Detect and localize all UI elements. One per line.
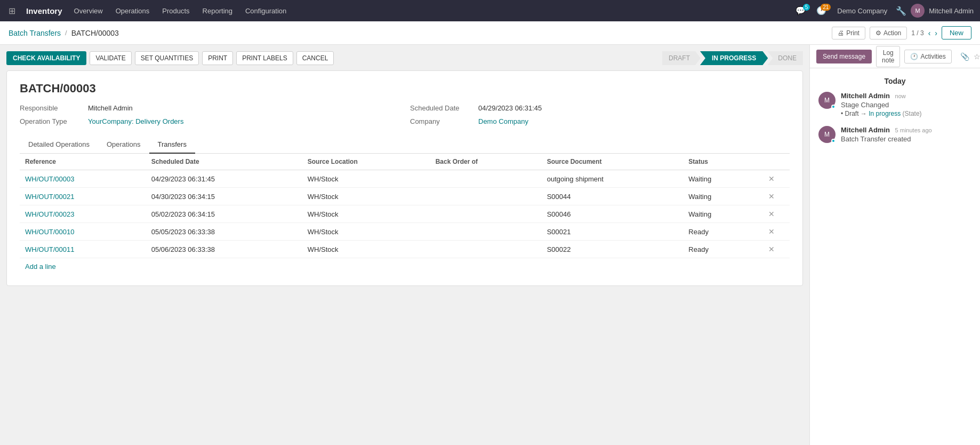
breadcrumb-current: BATCH/00003 <box>71 29 119 37</box>
new-button[interactable]: New <box>942 26 971 39</box>
message-time: now <box>895 93 906 99</box>
prev-record-button[interactable]: ‹ <box>928 29 931 37</box>
col-scheduled-date: Scheduled Date <box>146 154 302 170</box>
col-source-location: Source Location <box>302 154 430 170</box>
cell-reference[interactable]: WH/OUT/00021 <box>20 188 146 205</box>
log-note-button[interactable]: Log note <box>876 46 900 67</box>
cell-status: Waiting <box>683 205 753 223</box>
table-row: WH/OUT/00010 05/05/2023 06:33:38 WH/Stoc… <box>20 223 790 241</box>
cell-delete[interactable]: ✕ <box>754 188 790 205</box>
status-draft[interactable]: DRAFT <box>662 51 701 65</box>
message-text-2: Batch Transfer created <box>841 135 971 143</box>
avatar-mitchell: M <box>818 92 836 109</box>
col-actions <box>754 154 790 170</box>
validate-button[interactable]: VALIDATE <box>90 51 131 65</box>
cell-reference[interactable]: WH/OUT/00010 <box>20 223 146 241</box>
cell-delete[interactable]: ✕ <box>754 170 790 188</box>
scheduled-date-value[interactable]: 04/29/2023 06:31:45 <box>478 104 542 112</box>
activity-badge: 21 <box>821 4 831 11</box>
nav-operations[interactable]: Operations <box>110 5 155 17</box>
operation-type-label: Operation Type <box>20 117 84 125</box>
check-availability-button[interactable]: CHECK AVAILABILITY <box>6 51 86 65</box>
scheduled-date-field: Scheduled Date 04/29/2023 06:31:45 <box>410 104 790 112</box>
operation-type-field: Operation Type YourCompany: Delivery Ord… <box>20 117 399 125</box>
company-field: Company Demo Company <box>410 117 790 125</box>
print-labels-button[interactable]: PRINT LABELS <box>236 51 293 65</box>
cell-reference[interactable]: WH/OUT/00023 <box>20 205 146 223</box>
set-quantities-button[interactable]: SET QUANTITIES <box>135 51 199 65</box>
breadcrumb-parent[interactable]: Batch Transfers <box>9 29 61 37</box>
cell-back-order <box>430 205 542 223</box>
responsible-value[interactable]: Mitchell Admin <box>88 104 133 112</box>
cell-source-location: WH/Stock <box>302 205 430 223</box>
add-line-button[interactable]: Add a line <box>20 258 61 275</box>
status-done[interactable]: DONE <box>767 51 803 65</box>
chatter-message-2: M Mitchell Admin 5 minutes ago Batch Tra… <box>818 126 971 143</box>
star-icon[interactable]: ☆ <box>974 52 980 61</box>
brand-name[interactable]: Inventory <box>22 6 67 15</box>
cell-back-order <box>430 241 542 258</box>
responsible-field: Responsible Mitchell Admin <box>20 104 399 112</box>
record-title: BATCH/00003 <box>20 82 790 96</box>
status-in-progress[interactable]: IN PROGRESS <box>700 51 768 65</box>
cell-source-location: WH/Stock <box>302 170 430 188</box>
avatar-mitchell-2: M <box>818 126 836 143</box>
user-name[interactable]: Mitchell Admin <box>927 7 976 15</box>
paperclip-icon[interactable]: 📎 <box>960 52 969 61</box>
tab-detailed-operations[interactable]: Detailed Operations <box>20 136 98 154</box>
cell-delete[interactable]: ✕ <box>754 241 790 258</box>
user-avatar[interactable]: M <box>911 4 925 18</box>
cancel-button[interactable]: CANCEL <box>296 51 334 65</box>
settings-icon[interactable]: 🔧 <box>894 4 909 18</box>
cell-status: Waiting <box>683 170 753 188</box>
pagination-info: 1 / 3 <box>911 29 923 37</box>
cell-source-location: WH/Stock <box>302 223 430 241</box>
cell-delete[interactable]: ✕ <box>754 205 790 223</box>
chat-badge: 5 <box>803 4 810 11</box>
table-row: WH/OUT/00021 04/30/2023 06:34:15 WH/Stoc… <box>20 188 790 205</box>
breadcrumb-separator: / <box>65 29 67 37</box>
table-row: WH/OUT/00003 04/29/2023 06:31:45 WH/Stoc… <box>20 170 790 188</box>
action-button[interactable]: ⚙ Action <box>870 27 907 39</box>
nav-overview[interactable]: Overview <box>69 5 108 17</box>
send-message-button[interactable]: Send message <box>816 50 872 63</box>
top-nav: ⊞ Inventory Overview Operations Products… <box>0 0 980 21</box>
online-dot-2 <box>831 139 836 143</box>
print-action-button[interactable]: PRINT <box>202 51 233 65</box>
cell-scheduled-date: 05/02/2023 06:34:15 <box>146 205 302 223</box>
next-record-button[interactable]: › <box>935 29 937 37</box>
activities-button[interactable]: 🕐 Activities <box>904 50 951 63</box>
cell-source-location: WH/Stock <box>302 241 430 258</box>
nav-configuration[interactable]: Configuration <box>240 5 292 17</box>
nav-products[interactable]: Products <box>157 5 195 17</box>
tab-bar: Detailed Operations Operations Transfers <box>20 136 790 154</box>
table-row: WH/OUT/00023 05/02/2023 06:34:15 WH/Stoc… <box>20 205 790 223</box>
col-back-order: Back Order of <box>430 154 542 170</box>
cell-scheduled-date: 04/30/2023 06:34:15 <box>146 188 302 205</box>
nav-reporting[interactable]: Reporting <box>197 5 238 17</box>
tab-transfers[interactable]: Transfers <box>149 136 195 154</box>
cell-source-document: outgoing shipment <box>542 170 684 188</box>
printer-icon: 🖨 <box>838 29 844 37</box>
responsible-label: Responsible <box>20 104 84 112</box>
company-value[interactable]: Demo Company <box>478 117 528 125</box>
cell-reference[interactable]: WH/OUT/00003 <box>20 170 146 188</box>
stage-change-detail: • Draft → In progress (State) <box>841 110 971 117</box>
message-author: Mitchell Admin <box>841 92 890 100</box>
message-author-2: Mitchell Admin <box>841 126 890 134</box>
operation-type-value[interactable]: YourCompany: Delivery Orders <box>88 117 183 125</box>
cell-delete[interactable]: ✕ <box>754 223 790 241</box>
tab-operations[interactable]: Operations <box>98 136 149 154</box>
cell-scheduled-date: 05/05/2023 06:33:38 <box>146 223 302 241</box>
cell-scheduled-date: 04/29/2023 06:31:45 <box>146 170 302 188</box>
cell-status: Ready <box>683 223 753 241</box>
chat-button[interactable]: 💬5 <box>791 4 810 18</box>
activity-button[interactable]: 🕐21 <box>812 4 831 18</box>
cell-source-location: WH/Stock <box>302 188 430 205</box>
print-button[interactable]: 🖨 Print <box>832 27 865 39</box>
col-status: Status <box>683 154 753 170</box>
cell-back-order <box>430 188 542 205</box>
apps-icon[interactable]: ⊞ <box>4 4 20 18</box>
transfers-table: Reference Scheduled Date Source Location… <box>20 154 790 258</box>
cell-reference[interactable]: WH/OUT/00011 <box>20 241 146 258</box>
